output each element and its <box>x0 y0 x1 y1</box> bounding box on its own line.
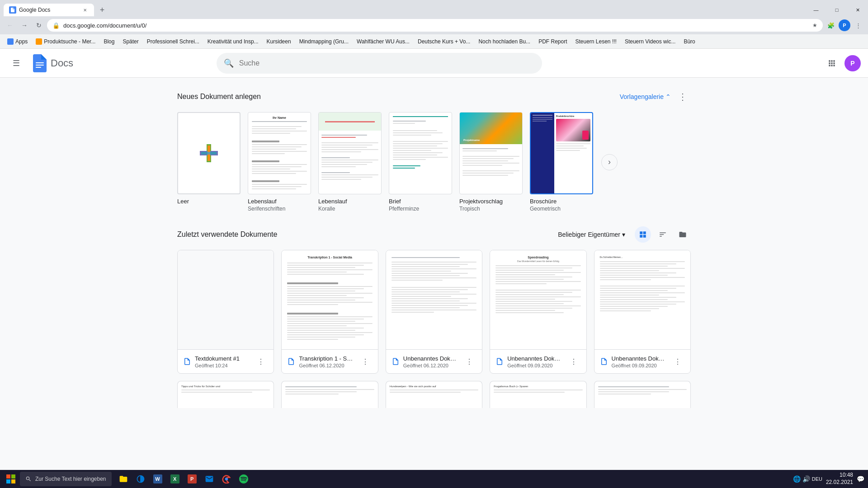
bookmark-label: Kursideen <box>267 38 291 45</box>
search-input-wrapper[interactable]: 🔍 <box>217 53 542 74</box>
doc-info-5: Unbenanntes Dokument Geöffnet 09.09.2020 <box>612 355 667 368</box>
browser-tab-active[interactable]: Google Docs ✕ <box>4 4 94 16</box>
partial-doc-1-text: Tipps und Tricks für Schüler und <box>181 385 270 388</box>
template-resume-serif[interactable]: Ihr Name <box>248 112 311 212</box>
doc-footer-1: Textdokument #1 Geöffnet 10:24 ⋮ <box>178 350 274 373</box>
bookmark-produktsuche[interactable]: Produktsuche - Mer... <box>32 37 99 46</box>
templates-more-button[interactable]: ⋮ <box>675 89 691 105</box>
tab-close-button[interactable]: ✕ <box>81 6 89 14</box>
bookmark-wahlfächer[interactable]: Wahlfächer WU Aus... <box>353 37 413 46</box>
new-tab-button[interactable]: + <box>96 4 108 16</box>
partial-doc-1[interactable]: Tipps und Tricks für Schüler und <box>177 381 274 408</box>
header-right: P <box>823 54 861 72</box>
url-text: docs.google.com/document/u/0/ <box>63 22 809 29</box>
doc-more-button-3[interactable]: ⋮ <box>462 354 476 369</box>
doc-footer-2: Transkription 1 - Social M... Geöffnet 0… <box>282 350 377 373</box>
doc-more-button-4[interactable]: ⋮ <box>566 354 581 369</box>
bookmark-apps[interactable]: Apps <box>4 37 31 46</box>
template-resume-coral-sublabel: Koralle <box>318 206 382 212</box>
template-gallery-button[interactable]: Vorlagengalerie ⌃ <box>620 93 671 100</box>
doc-name-1: Textdokument #1 <box>195 355 250 362</box>
doc-more-button-1[interactable]: ⋮ <box>254 354 268 369</box>
template-letter-sublabel: Pfefferminze <box>389 206 452 212</box>
template-resume-coral-label: Lebenslauf <box>318 198 382 205</box>
grid-view-button[interactable] <box>635 226 651 243</box>
bookmark-kreativität[interactable]: Kreativität und Insp... <box>204 37 262 46</box>
partial-doc-2[interactable] <box>281 381 378 408</box>
doc-card-1[interactable]: Textdokument #1 Geöffnet 10:24 ⋮ <box>177 250 274 374</box>
doc-name-4: Unbenanntes Dokument <box>507 355 562 362</box>
bookmark-kursideen[interactable]: Kursideen <box>263 37 295 46</box>
doc-thumb-1 <box>178 250 274 350</box>
template-blank[interactable]: Leer <box>177 112 241 212</box>
doc-thumb-5: Du Schreibst Meinen... <box>594 250 690 350</box>
apps-grid-button[interactable] <box>823 54 841 72</box>
doc-more-button-2[interactable]: ⋮ <box>358 354 373 369</box>
template-blank-label: Leer <box>177 198 241 205</box>
doc-card-4[interactable]: Speedreading Das Wundermittel Lesen für … <box>490 250 586 374</box>
bookmark-später[interactable]: Später <box>119 37 142 46</box>
dropdown-chevron-icon: ▾ <box>622 231 625 238</box>
minimize-button[interactable]: — <box>806 4 826 16</box>
svg-rect-10 <box>201 152 217 155</box>
svg-rect-0 <box>36 62 44 63</box>
sort-az-button[interactable] <box>655 226 671 243</box>
bookmark-label: Blog <box>104 38 114 45</box>
bookmark-label: Wahlfächer WU Aus... <box>357 38 410 45</box>
user-avatar[interactable]: P <box>844 55 861 71</box>
hamburger-menu-button[interactable]: ☰ <box>7 54 25 72</box>
refresh-button[interactable]: ↻ <box>33 19 45 32</box>
doc-card-5[interactable]: Du Schreibst Meinen... <box>594 250 691 374</box>
doc-meta-4: Geöffnet 09.09.2020 <box>507 363 562 368</box>
bookmark-professionell[interactable]: Professionell Schrei... <box>143 37 203 46</box>
partial-doc-5[interactable] <box>594 381 691 408</box>
partial-doc-3-text: Hundewelpen - Wie sie sich positiv auf <box>390 385 478 388</box>
doc-card-3[interactable]: Unbenanntes Dokument Geöffnet 06.12.2020… <box>386 250 482 374</box>
docs-grid-partial: Tipps und Tricks für Schüler und Hundewe… <box>177 381 691 408</box>
doc-meta-1: Geöffnet 10:24 <box>195 363 250 368</box>
bookmark-label: Kreativität und Insp... <box>208 38 259 45</box>
bookmark-blog[interactable]: Blog <box>100 37 118 46</box>
bookmark-pdf[interactable]: PDF Report <box>535 37 571 46</box>
profile-button[interactable]: P <box>839 19 850 31</box>
bookmark-steuern-lesen[interactable]: Steuern Lesen !!! <box>571 37 620 46</box>
template-letter[interactable]: Brief Pfefferminze <box>389 112 452 212</box>
settings-button[interactable]: ⋮ <box>852 19 864 32</box>
template-brochure[interactable]: Produktbrochüre Broschüre Geometrisch <box>530 112 593 212</box>
recent-controls: Beliebiger Eigentümer ▾ <box>552 226 691 243</box>
close-button[interactable]: ✕ <box>847 4 868 16</box>
template-resume-serif-label: Lebenslauf <box>248 198 311 205</box>
bookmark-hochladen[interactable]: Noch hochladen Bu... <box>475 37 534 46</box>
folder-view-button[interactable] <box>675 226 691 243</box>
forward-button[interactable]: → <box>18 19 31 32</box>
bookmark-büro[interactable]: Büro <box>680 37 698 46</box>
template-more-arrow[interactable]: › <box>600 112 618 212</box>
doc-icon-1 <box>183 357 191 366</box>
doc-more-button-5[interactable]: ⋮ <box>670 354 685 369</box>
app-name-label: Docs <box>51 57 73 69</box>
back-button[interactable]: ← <box>4 19 16 32</box>
doc-icon-4 <box>495 357 504 366</box>
recent-section-header: Zuletzt verwendete Dokumente Beliebiger … <box>177 226 691 243</box>
template-resume-coral[interactable]: Lebenslauf Koralle <box>318 112 382 212</box>
partial-doc-3[interactable]: Hundewelpen - Wie sie sich positiv auf <box>386 381 482 408</box>
url-bar[interactable]: 🔒 docs.google.com/document/u/0/ ★ <box>47 19 823 32</box>
bookmark-steuern-videos[interactable]: Steuern Videos wic... <box>621 37 679 46</box>
bookmark-icon <box>36 38 42 45</box>
app-logo[interactable]: Docs <box>31 54 73 72</box>
docs-grid: Textdokument #1 Geöffnet 10:24 ⋮ Transkr… <box>177 250 691 374</box>
template-brochure-label: Broschüre <box>530 198 593 205</box>
maximize-button[interactable]: □ <box>826 4 847 16</box>
template-project[interactable]: Projektname Projektvorschlag <box>459 112 523 212</box>
owner-filter[interactable]: Beliebiger Eigentümer ▾ <box>552 228 631 241</box>
partial-doc-4[interactable]: Frugalismus Buch (+ Sparen <box>490 381 586 408</box>
extensions-button[interactable]: 🧩 <box>825 19 837 32</box>
bookmark-deutsche[interactable]: Deutsche Kurs + Vo... <box>414 37 474 46</box>
search-bar: 🔍 <box>217 53 542 74</box>
search-input[interactable] <box>239 59 535 67</box>
search-icon: 🔍 <box>224 58 234 68</box>
profile-area[interactable]: P <box>838 19 851 32</box>
doc-info-4: Unbenanntes Dokument Geöffnet 09.09.2020 <box>507 355 562 368</box>
bookmark-mindmapping[interactable]: Mindmapping (Gru... <box>296 37 352 46</box>
doc-card-2[interactable]: Transkription 1 - Social Media <box>281 250 378 374</box>
